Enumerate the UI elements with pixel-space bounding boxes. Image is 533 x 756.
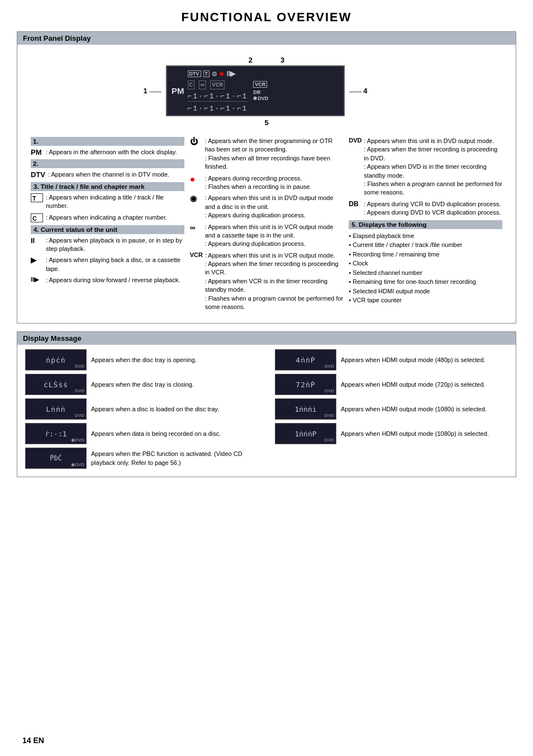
pm-indicator: PM	[172, 86, 184, 96]
dm-right-col: 4ṅṅṖ DVD Appears when HDMI output mode (…	[275, 349, 508, 472]
circle-icon: ⊙	[212, 70, 217, 78]
front-panel-header: Front Panel Display	[17, 32, 516, 45]
dm-text-480p: Appears when HDMI output mode (480p) is …	[341, 355, 486, 365]
dm-screen-720p: 72ṅṖ DVD	[275, 374, 336, 395]
vcrlabel-row: VCR : Appears when this unit is in VCR o…	[190, 251, 344, 312]
diagram-label-3: 3	[280, 56, 284, 64]
bullet-4: Clock	[349, 259, 502, 268]
timer-description: : Appears when the timer programming or …	[205, 137, 344, 172]
dvdlabel-row: DVD : Appears when this unit is in DVD o…	[349, 137, 502, 197]
play-row: ▶ : Appears when playing back a disc, or…	[31, 256, 184, 273]
dot-icon: ●	[219, 69, 225, 79]
dvd-badge-7: DVD	[325, 388, 334, 393]
desc-col-1: 1. PM : Appears in the afternoon with th…	[31, 137, 184, 314]
bullet-5: Selected channel number	[349, 268, 502, 278]
dm-item-720p: 72ṅṖ DVD Appears when HDMI output mode (…	[275, 374, 508, 395]
desc-col-2: ⏻ : Appears when the timer programming o…	[190, 137, 344, 314]
vcrlabel-description: : Appears when this unit is in VCR outpu…	[205, 251, 344, 312]
seg-display-top: C ∞ VCR	[188, 80, 225, 89]
dm-text-pbc: Appears when the PBC function is activat…	[91, 449, 258, 468]
display-message-section: Display Message ṅṗċṅ DVD Appears when th…	[17, 331, 516, 477]
rec-symbol: ●	[190, 174, 202, 184]
bullet-1: Elapsed playback time	[349, 231, 502, 241]
rec-row: ● : Appears during recording process. : …	[190, 174, 344, 192]
diagram-label-4: 4	[363, 87, 367, 95]
dm-item-1080i: 1ṅṅṅi DVD Appears when HDMI output mode …	[275, 398, 508, 420]
dtv-description: : Appears when the channel is in DTV mod…	[48, 170, 169, 179]
c-symbol: C	[31, 213, 43, 222]
page-title: FUNCTIONAL OVERVIEW	[0, 0, 533, 31]
dvd-badge-3: DVD	[75, 413, 84, 418]
bullet-6: Remaining time for one-touch timer recor…	[349, 277, 502, 287]
dvd-badge-8: DVD	[325, 413, 334, 418]
play-description: : Appears when playing back a disc, or a…	[46, 256, 184, 273]
dm-screen-pbc: ṖḃĊ ◉DVD	[25, 448, 87, 469]
seg-display-digits-top: ⌐1·⌐1·⌐1·⌐1	[188, 91, 248, 102]
pause-description: : Appears when playback is in pause, or …	[46, 236, 184, 254]
col1-header1: 1.	[31, 137, 184, 146]
vcrsym-description: : Appears when this unit is in VCR outpu…	[205, 223, 344, 249]
c-description: : Appears when indicating a chapter numb…	[46, 213, 167, 222]
dtv-icon: DTV	[188, 70, 201, 77]
play-symbol: ▶	[31, 256, 43, 264]
vcrsym-row: ∞ : Appears when this unit is in VCR out…	[190, 223, 344, 249]
db-row: DB : Appears during VCR to DVD duplicati…	[349, 200, 502, 217]
dm-content: ṅṗċṅ DVD Appears when the disc tray is o…	[17, 345, 516, 477]
diagram-label-1: 1	[143, 87, 147, 95]
seg-display-digits-bot: ⌐1·⌐1·⌐1·⌐1	[188, 103, 248, 113]
desc-col-3: DVD : Appears when this unit is in DVD o…	[349, 137, 502, 314]
pm-row: PM : Appears in the afternoon with the c…	[31, 148, 184, 156]
dvd-badge-5: ◉DVD	[71, 462, 84, 467]
dm-text-recording: Appears when data is being recorded on a…	[91, 429, 221, 439]
front-panel-section: Front Panel Display 2 3 1 ——	[17, 31, 516, 324]
db-label-indicator: DB	[253, 89, 260, 95]
sf-description: : Appears during slow forward / reverse …	[46, 276, 180, 284]
dm-left-col: ṅṗċṅ DVD Appears when the disc tray is o…	[25, 349, 258, 472]
dm-screen-480p: 4ṅṅṖ DVD	[275, 349, 336, 370]
bullet-3: Recording time / remaining time	[349, 250, 502, 259]
pm-symbol: PM	[31, 148, 43, 156]
bullet-8: VCR tape counter	[349, 296, 502, 305]
dvd-badge-4: ◉DVD	[71, 438, 84, 443]
dvdout-row: ◉ : Appears when this unit is in DVD out…	[190, 194, 344, 220]
dvd-badge-1: DVD	[75, 364, 84, 369]
dvd-badge-2: DVD	[75, 388, 84, 393]
dtv-symbol: DTV	[31, 170, 45, 179]
dm-item-pbc: ṖḃĊ ◉DVD Appears when the PBC function i…	[25, 448, 258, 469]
dvdout-description: : Appears when this unit is in DVD outpu…	[205, 194, 344, 220]
pause-row: II : Appears when playback is in pause, …	[31, 236, 184, 254]
display-diagram: 2 3 1 —— PM	[28, 56, 505, 127]
vcrsym-symbol: ∞	[190, 223, 202, 232]
page-number: 14 EN	[22, 736, 44, 745]
dtv-row: DTV : Appears when the channel is in DTV…	[31, 170, 184, 179]
dm-screen-close: ċLṠṡṡ DVD	[25, 374, 87, 395]
dm-item-loaded: Lṅṅṅ DVD Appears when a disc is loaded o…	[25, 398, 258, 420]
col1-header3: 3. Title / track / file and chapter mark	[31, 182, 184, 191]
dm-text-720p: Appears when HDMI output mode (720p) is …	[341, 380, 486, 389]
dm-text-1080i: Appears when HDMI output mode (1080i) is…	[341, 405, 487, 414]
db-symbol: DB	[349, 200, 361, 208]
dm-screen-recording: ṙ:·:1 ◉DVD	[25, 423, 87, 444]
dm-item-close: ċLṠṡṡ DVD Appears when the disc tray is …	[25, 374, 258, 395]
t-symbol: T	[31, 193, 43, 202]
vcr-label-indicator: VCR	[253, 81, 267, 88]
dm-screen-open: ṅṗċṅ DVD	[25, 349, 87, 370]
diagram-label-5: 5	[264, 118, 268, 127]
sf-symbol: II▶	[31, 276, 43, 283]
dm-screen-1080i: 1ṅṅṅi DVD	[275, 398, 336, 420]
dvd-badge-9: DVD	[325, 438, 334, 443]
t-description: : Appears when indicating a title / trac…	[46, 193, 184, 211]
dm-screen-1080p: 1ṅṅṅP DVD	[275, 423, 336, 444]
dm-item-1080p: 1ṅṅṅP DVD Appears when HDMI output mode …	[275, 423, 508, 444]
sf-row: II▶ : Appears during slow forward / reve…	[31, 276, 184, 284]
dm-screen-loaded: Lṅṅṅ DVD	[25, 398, 87, 420]
desc-columns: 1. PM : Appears in the afternoon with th…	[28, 137, 505, 314]
diagram-label-2: 2	[249, 56, 253, 64]
dvdlabel-description: : Appears when this unit is in DVD outpu…	[364, 137, 502, 197]
right-indicators: VCR DB ◉DVD	[253, 81, 268, 101]
t-row: T : Appears when indicating a title / tr…	[31, 193, 184, 211]
timer-symbol: ⏻	[190, 137, 202, 146]
c-row: C : Appears when indicating a chapter nu…	[31, 213, 184, 222]
dm-text-1080p: Appears when HDMI output mode (1080p) is…	[341, 429, 489, 439]
display-message-header: Display Message	[17, 332, 516, 345]
